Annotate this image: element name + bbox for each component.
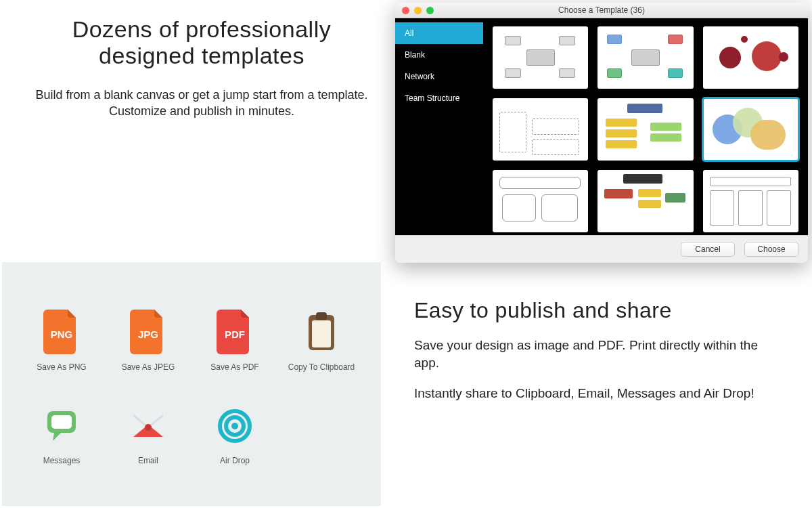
window-titlebar: Choose a Template (36)	[395, 3, 808, 18]
file-jpg-icon: JPG	[130, 310, 166, 354]
template-thumbnail[interactable]	[493, 26, 588, 89]
messages-icon	[43, 403, 80, 448]
window-title: Choose a Template (36)	[558, 5, 645, 15]
svg-rect-7	[51, 415, 72, 429]
copy-to-clipboard-button[interactable]: Copy To Clipboard	[288, 310, 355, 372]
hero-body-line2: Customize and publish in minutes.	[109, 104, 294, 118]
chooser-footer: Cancel Choose	[395, 235, 808, 263]
publish-body-1: Save your design as image and PDF. Print…	[414, 337, 786, 371]
save-as-jpeg-button[interactable]: JPG Save As JPEG	[122, 310, 175, 372]
publish-body-2: Instantly share to Clipboard, Email, Mes…	[414, 385, 786, 402]
template-thumbnail[interactable]	[597, 170, 693, 232]
hero-title-line2: designed templates	[99, 43, 304, 68]
email-icon	[130, 403, 166, 448]
file-pdf-icon: PDF	[217, 310, 253, 354]
share-label: Air Drop	[220, 456, 250, 465]
svg-text:PNG: PNG	[51, 329, 73, 340]
hero-title-line1: Dozens of professionally	[72, 16, 331, 42]
template-thumbnail[interactable]	[703, 26, 798, 89]
hero-copy: Dozens of professionally designed templa…	[26, 16, 378, 120]
svg-text:JPG: JPG	[138, 329, 158, 340]
save-as-pdf-button[interactable]: PDF Save As PDF	[210, 310, 258, 372]
template-category-sidebar: All Blank Network Team Structure	[395, 18, 483, 235]
airdrop-button[interactable]: Air Drop	[217, 403, 253, 465]
minimize-icon[interactable]	[414, 7, 422, 14]
sidebar-item-blank[interactable]: Blank	[395, 44, 483, 66]
template-thumbnail[interactable]	[597, 26, 693, 89]
share-label: Save As PNG	[37, 362, 86, 372]
share-label: Save As PDF	[210, 362, 258, 372]
messages-button[interactable]: Messages	[43, 403, 81, 465]
svg-point-12	[231, 423, 238, 429]
template-thumbnail[interactable]	[597, 98, 693, 161]
share-panel: PNG Save As PNG JPG Save As JPEG	[2, 262, 381, 506]
template-gallery	[483, 18, 808, 235]
choose-button[interactable]: Choose	[744, 242, 798, 257]
template-thumbnail[interactable]	[493, 170, 588, 232]
traffic-lights	[402, 7, 434, 14]
hero-title: Dozens of professionally designed templa…	[26, 16, 378, 69]
svg-rect-5	[316, 312, 327, 320]
file-png-icon: PNG	[43, 310, 80, 354]
close-icon[interactable]	[402, 7, 409, 14]
svg-text:PDF: PDF	[225, 329, 245, 340]
zoom-icon[interactable]	[426, 7, 434, 14]
hero-body: Build from a blank canvas or get a jump …	[26, 87, 378, 120]
template-thumbnail[interactable]	[703, 170, 798, 232]
template-thumbnail[interactable]	[703, 98, 798, 161]
email-button[interactable]: Email	[130, 403, 166, 465]
share-label: Save As JPEG	[122, 362, 175, 372]
svg-point-9	[145, 424, 152, 431]
sidebar-item-all[interactable]: All	[395, 22, 483, 44]
publish-copy: Easy to publish and share Save your desi…	[414, 298, 786, 402]
share-label: Copy To Clipboard	[288, 362, 355, 372]
template-thumbnail[interactable]	[493, 98, 588, 161]
share-label: Email	[138, 456, 158, 465]
airdrop-icon	[217, 403, 253, 448]
sidebar-item-network[interactable]: Network	[395, 66, 483, 87]
cancel-button[interactable]: Cancel	[681, 242, 735, 257]
share-label: Messages	[43, 456, 81, 465]
clipboard-icon	[303, 310, 340, 354]
save-as-png-button[interactable]: PNG Save As PNG	[37, 310, 86, 372]
hero-body-line1: Build from a blank canvas or get a jump …	[35, 88, 367, 102]
template-chooser-window: Choose a Template (36) All Blank Network…	[395, 3, 808, 263]
svg-rect-4	[312, 320, 331, 347]
publish-title: Easy to publish and share	[414, 298, 786, 323]
sidebar-item-team-structure[interactable]: Team Structure	[395, 87, 483, 109]
